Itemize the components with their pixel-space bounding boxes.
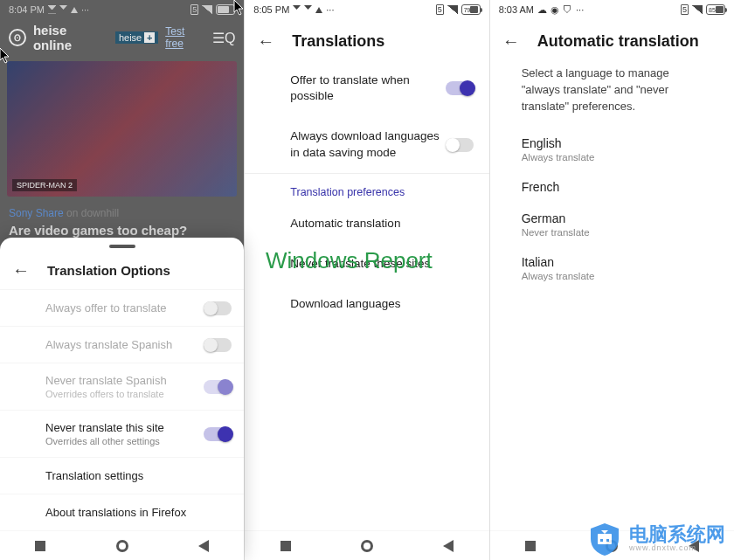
more-icon: ··· <box>326 4 334 15</box>
status-time: 8:05 PM <box>253 4 289 15</box>
nav-recents-icon[interactable] <box>35 541 45 551</box>
windows-report-watermark: Windows Report <box>266 247 433 274</box>
toggle-always-offer <box>204 301 232 315</box>
notif-icon <box>304 5 312 14</box>
nav-home-icon[interactable] <box>116 540 128 552</box>
row-automatic-translation[interactable]: Automatic translation <box>245 204 488 244</box>
back-icon[interactable]: ← <box>257 31 274 52</box>
data-icon: 5 <box>190 4 198 15</box>
circle-icon: ◉ <box>550 4 559 16</box>
shield-icon: ⛉ <box>563 4 572 15</box>
cloud-icon: ☁ <box>537 4 547 16</box>
row-always-translate-lang: Always translate Spanish <box>0 326 244 363</box>
brand-logo-icon <box>587 522 622 557</box>
more-icon: ··· <box>576 4 584 15</box>
toggle-never-translate-lang <box>204 380 232 394</box>
site-logo-icon: ʘ <box>9 29 26 46</box>
notif-icon <box>315 7 322 13</box>
signal-icon <box>202 5 212 14</box>
back-icon[interactable]: ← <box>12 260 30 280</box>
row-translation-settings[interactable]: Translation settings <box>0 457 244 494</box>
data-icon: 5 <box>436 4 444 15</box>
row-about-translations[interactable]: About translations in Firefox <box>0 494 244 530</box>
brand-title: 电脑系统网 <box>629 526 725 543</box>
hero-label: SPIDER-MAN 2 <box>12 179 77 191</box>
svg-rect-1 <box>600 539 603 542</box>
nav-bar <box>245 530 488 560</box>
nav-back-icon[interactable] <box>198 540 209 552</box>
status-bar: 8:04 PM ··· 5 <box>0 0 244 19</box>
lang-row-italian[interactable]: Italian Always translate <box>490 246 734 290</box>
lang-row-english[interactable]: English Always translate <box>490 128 734 171</box>
page-title: Translations <box>292 32 384 51</box>
notif-icon <box>293 5 301 14</box>
article-source[interactable]: Sony Share <box>9 207 64 219</box>
row-offer-translate[interactable]: Offer to translate when possible <box>245 60 488 116</box>
status-time: 8:04 PM <box>9 4 45 15</box>
page-title: Automatic translation <box>537 32 699 51</box>
notif-icon <box>48 5 56 14</box>
toggle-never-translate-site[interactable] <box>204 427 232 441</box>
row-never-translate-site[interactable]: Never translate this siteOverrides all o… <box>0 410 244 457</box>
nav-back-icon[interactable] <box>443 540 454 552</box>
toggle-always-translate-lang <box>204 338 232 352</box>
row-download-languages[interactable]: Download languages <box>245 284 488 324</box>
site-name: heise online <box>33 23 108 52</box>
svg-rect-2 <box>606 539 609 542</box>
cursor-icon <box>0 46 12 64</box>
sheet-title: Translation Options <box>47 263 170 278</box>
row-download-data-saving[interactable]: Always download languages in data saving… <box>245 116 488 172</box>
menu-search-icon[interactable]: ☰Q <box>212 30 235 46</box>
status-bar: 8:05 PM ··· 5 79 <box>245 0 488 19</box>
toggle-offer-translate[interactable] <box>446 81 474 95</box>
lang-row-french[interactable]: French <box>490 171 734 203</box>
notif-icon <box>59 5 67 14</box>
heise-badge[interactable]: heise+ <box>115 31 158 44</box>
status-time: 8:03 AM <box>499 4 534 15</box>
translation-options-sheet: ← Translation Options Always offer to tr… <box>0 238 244 560</box>
brand-watermark: 电脑系统网 www.dnxtw.com <box>587 522 725 557</box>
cursor-icon <box>232 0 246 16</box>
status-bar: 8:03 AM ☁ ◉ ⛉ ··· 5 85 <box>490 0 734 19</box>
page-description: Select a language to manage "always tran… <box>490 60 734 128</box>
battery-icon: 85 <box>706 4 725 15</box>
battery-icon: 79 <box>461 4 481 15</box>
back-icon[interactable]: ← <box>502 31 520 52</box>
section-translation-prefs: Translation preferences <box>245 174 488 204</box>
test-free-link[interactable]: Test free <box>165 25 205 50</box>
notif-icon <box>71 7 78 13</box>
nav-home-icon[interactable] <box>361 540 373 552</box>
sheet-handle[interactable] <box>109 245 135 248</box>
signal-icon <box>692 5 703 14</box>
nav-recents-icon[interactable] <box>525 541 536 551</box>
row-never-translate-lang: Never translate SpanishOverrides offers … <box>0 363 244 410</box>
row-always-offer: Always offer to translate <box>0 289 244 326</box>
more-icon: ··· <box>81 4 89 15</box>
nav-recents-icon[interactable] <box>280 541 291 551</box>
toggle-download-data-saving[interactable] <box>446 138 474 152</box>
article-meta: Sony Share on downhill <box>0 202 244 221</box>
nav-bar <box>0 530 244 560</box>
article-hero-image[interactable]: SPIDER-MAN 2 <box>7 61 237 197</box>
signal-icon <box>447 5 458 14</box>
data-icon: 5 <box>681 4 689 15</box>
svg-rect-0 <box>598 534 612 544</box>
lang-row-german[interactable]: German Never translate <box>490 203 734 246</box>
